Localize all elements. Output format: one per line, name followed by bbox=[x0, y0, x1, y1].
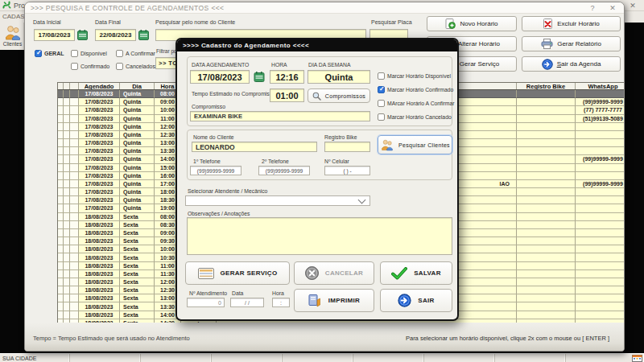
cell-dia: Sexta bbox=[120, 245, 155, 253]
marcar-a-confirmar-checkbox[interactable]: MArcar Horário A Confirmar bbox=[378, 100, 454, 107]
cell-agendado: 17/08/2023 bbox=[79, 180, 120, 188]
compromisso-field[interactable]: EXAMINAR BIKE bbox=[190, 111, 370, 121]
row-marker-cell bbox=[64, 229, 70, 237]
header-cell bbox=[64, 83, 70, 89]
hora-field[interactable]: 12:16 bbox=[270, 70, 304, 84]
window-close-icon[interactable]: ✕ bbox=[605, 3, 621, 13]
pesquisa-placa-label: Pesquisar Placa bbox=[371, 19, 412, 25]
toolbar-clientes-button[interactable]: Clientes bbox=[2, 23, 23, 48]
checkbox-cancelados[interactable]: Cancelados bbox=[116, 63, 155, 70]
cell-registro bbox=[517, 213, 576, 221]
agendamento-calendar-icon[interactable] bbox=[254, 72, 265, 82]
cell-registro bbox=[517, 229, 576, 237]
checkbox-box bbox=[116, 50, 123, 57]
cell-registro bbox=[517, 253, 576, 261]
cell-whatsapp bbox=[576, 302, 625, 311]
sair-da-agenda-button[interactable]: Sair da Agenda bbox=[522, 56, 621, 72]
imprimir-icon bbox=[308, 294, 322, 307]
compromisso-label: Compromisso bbox=[192, 104, 225, 109]
row-marker-cell bbox=[70, 286, 79, 294]
marcar-disponivel-checkbox[interactable]: Marcar Horário Disponível bbox=[378, 72, 451, 80]
checkbox-disponivel[interactable]: Disponível bbox=[71, 50, 107, 57]
marcar-disponivel-label: Marcar Horário Disponível bbox=[387, 73, 451, 79]
row-marker-cell bbox=[58, 311, 64, 319]
data-inicial-calendar-icon[interactable] bbox=[77, 30, 88, 40]
cell-whatsapp bbox=[576, 229, 625, 237]
nome-cliente-field[interactable]: LEONARDO bbox=[192, 142, 317, 152]
cancelar-button[interactable]: CANCELAR bbox=[294, 261, 374, 285]
registro-bike-field[interactable] bbox=[324, 142, 370, 152]
tempo-estimado-field[interactable]: 01:00 bbox=[270, 88, 304, 102]
cell-registro bbox=[517, 164, 576, 172]
novo-horario-button[interactable]: Novo Horário bbox=[427, 16, 517, 31]
data-final-calendar-icon[interactable] bbox=[138, 30, 149, 40]
atendente-label: Selecionar Atendente / Mecânico bbox=[188, 188, 267, 194]
app-close-icon[interactable]: ✕ bbox=[626, 1, 639, 10]
row-marker-cell bbox=[64, 147, 70, 155]
row-marker-cell bbox=[70, 196, 79, 204]
cell-whatsapp bbox=[576, 286, 625, 294]
imprimir-label: IMPRIMIR bbox=[328, 297, 360, 304]
n-atendimento-label: Nº Atendimento bbox=[189, 290, 227, 296]
cell-agendado: 18/08/2023 bbox=[79, 245, 120, 253]
checkbox-box bbox=[71, 63, 78, 70]
cell-dia: Quinta bbox=[120, 147, 155, 155]
cell-dia: Sexta bbox=[120, 302, 155, 311]
telefone1-field[interactable]: (99)99999-9999 bbox=[190, 166, 242, 175]
cell-registro bbox=[517, 311, 576, 319]
excluir-horario-button[interactable]: Excluir Horário bbox=[522, 16, 621, 31]
gerar-relatorio-button[interactable]: Gerar Relatório bbox=[522, 36, 621, 51]
hora-value: 12:16 bbox=[270, 72, 303, 82]
header-registro-bike: Registro Bike bbox=[517, 83, 576, 89]
checkbox-geral-label: GERAL bbox=[44, 51, 64, 56]
compromissos-button[interactable]: Compromissos bbox=[308, 88, 370, 103]
data-mini-value: / / bbox=[231, 300, 263, 306]
row-marker-cell bbox=[58, 278, 64, 286]
observacoes-textarea[interactable] bbox=[187, 217, 452, 255]
sair-button[interactable]: SAIR bbox=[380, 289, 452, 312]
telefone2-field[interactable]: (99)99999-9999 bbox=[258, 166, 310, 175]
app-statusbar: SUA CIDADE bbox=[0, 353, 644, 362]
checkbox-a-confirmar[interactable]: A Confirmar bbox=[116, 50, 155, 57]
tempo-estimado-value: 01:00 bbox=[270, 91, 303, 101]
data-inicial-field[interactable]: 17/08/2023 bbox=[34, 29, 75, 41]
salvar-button[interactable]: SALVAR bbox=[380, 261, 452, 285]
alterar-horario-label: Alterar Horário bbox=[458, 40, 500, 47]
row-marker-cell bbox=[58, 172, 64, 180]
data-agendamento-field[interactable]: 17/08/2023 bbox=[190, 70, 250, 84]
help-icon[interactable]: ? bbox=[584, 3, 601, 13]
n-atendimento-value: 0 bbox=[188, 300, 224, 306]
celular-field[interactable]: ( ) - bbox=[324, 166, 370, 175]
row-marker-cell bbox=[70, 155, 79, 163]
dialog-titlebar[interactable]: >>>> Cadastro do Agendamento <<<< bbox=[177, 39, 457, 51]
cell-registro bbox=[517, 147, 576, 155]
row-marker-cell bbox=[64, 221, 70, 229]
data-final-field[interactable]: 22/08/2023 bbox=[95, 29, 136, 41]
row-marker-cell bbox=[70, 237, 79, 245]
salvar-label: SALVAR bbox=[414, 269, 441, 277]
dia-da-semana-field: Quinta bbox=[308, 70, 370, 84]
cell-registro bbox=[517, 196, 576, 204]
cell-dia: Quinta bbox=[120, 196, 155, 204]
atendente-combobox[interactable] bbox=[185, 195, 370, 206]
imprimir-button[interactable]: IMPRIMIR bbox=[294, 289, 374, 312]
gerar-servico-button[interactable]: GERAR SERVIÇO bbox=[185, 261, 290, 285]
row-marker-cell bbox=[58, 139, 64, 147]
checkbox-geral[interactable]: GERAL bbox=[35, 50, 64, 57]
cell-agendado: 18/08/2023 bbox=[79, 237, 120, 245]
pesquisar-clientes-button[interactable]: Pesquisar Clientes bbox=[378, 135, 452, 154]
cell-dia: Sexta bbox=[120, 286, 155, 294]
marcar-confirmado-checkbox[interactable]: Marcar Horário Confirmado bbox=[378, 86, 453, 93]
checkbox-confirmado[interactable]: Confirmado bbox=[71, 63, 109, 70]
cell-dia: Quinta bbox=[120, 131, 155, 139]
menu-cadastros[interactable]: CADAS bbox=[2, 13, 25, 20]
marcar-cancelado-checkbox[interactable]: Marcar Horário Cancelado bbox=[378, 113, 452, 121]
header-agendado: Agendado bbox=[79, 83, 120, 89]
telefone1-label: 1º Telefone bbox=[193, 158, 221, 164]
row-marker-cell bbox=[70, 98, 79, 106]
row-marker-cell bbox=[70, 278, 79, 286]
row-marker-cell bbox=[64, 106, 70, 114]
cell-whatsapp bbox=[576, 188, 625, 196]
cell-agendado: 18/08/2023 bbox=[79, 302, 120, 311]
row-marker-cell bbox=[58, 131, 64, 139]
